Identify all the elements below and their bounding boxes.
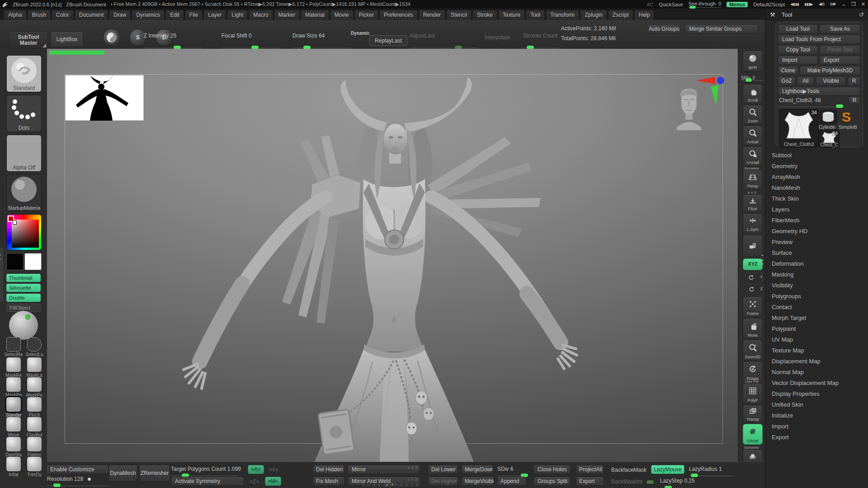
section-texture-map[interactable]: Texture Map xyxy=(765,345,868,356)
symmetry-m-button[interactable]: >M< xyxy=(265,477,281,486)
dynamesh-button[interactable]: DynaMesh xyxy=(108,465,137,481)
del-hidden-button[interactable]: Del Hidden xyxy=(313,465,344,474)
section-fibermesh[interactable]: FiberMesh xyxy=(765,215,868,225)
focal-shift-slider[interactable] xyxy=(222,47,280,48)
menu-help[interactable]: Help xyxy=(634,10,655,20)
section-export[interactable]: Export xyxy=(765,432,868,442)
secondary-color-swatch[interactable] xyxy=(24,253,42,270)
default-zscript-button[interactable]: DefaultZScript xyxy=(753,2,785,7)
quick-brush-selectla[interactable]: SelectLa xyxy=(24,337,44,357)
local-symmetry-button[interactable]: L.Sym xyxy=(743,213,763,233)
thumbnail-toggle[interactable]: Thumbnail xyxy=(6,274,41,282)
sdiv-slider[interactable] xyxy=(497,475,527,476)
adjust-last-slider[interactable] xyxy=(410,47,477,48)
palette-resize-handle[interactable]: ▸▴▾ xyxy=(760,253,765,267)
strokes-count-slider[interactable] xyxy=(523,47,559,48)
quick-brush-selectre[interactable]: SelectRe xyxy=(4,337,24,357)
restore-button[interactable]: ❐ xyxy=(851,1,856,7)
make-polymesh3d-button[interactable]: Make PolyMesh3D xyxy=(800,66,860,75)
load-tools-from-project-button[interactable]: Load Tools From Project xyxy=(778,35,860,44)
edit-sphere-icon[interactable] xyxy=(103,29,120,46)
rotate-y-button[interactable]: Y xyxy=(743,272,763,283)
quick-brush-trimdy[interactable]: TrimDy xyxy=(24,456,44,477)
section-polygroups[interactable]: Polygroups xyxy=(765,291,868,301)
menus-toggle-button[interactable]: Menus xyxy=(726,2,748,7)
quick-brush-flatten[interactable]: Flatten xyxy=(24,436,44,457)
quick-brush-maskre[interactable]: MaskRe xyxy=(4,357,24,378)
activate-symmetry-button[interactable]: Activate Symmetry xyxy=(171,477,244,486)
color-selector[interactable] xyxy=(13,221,17,225)
section-nanomesh[interactable]: NanoMesh xyxy=(765,182,868,193)
menu-preferences[interactable]: Preferences xyxy=(379,10,418,20)
merge-down-button[interactable]: MergeDown xyxy=(462,465,493,474)
replay-last-button[interactable]: ReplayLast xyxy=(369,35,407,46)
enable-customize-button[interactable]: Enable Customize xyxy=(46,465,108,474)
quick-brush-maskla[interactable]: MaskLa xyxy=(24,357,44,378)
menu-picker[interactable]: Picker xyxy=(354,10,378,20)
transparency-button[interactable]: Transp xyxy=(743,405,763,423)
menu-marker[interactable]: Marker xyxy=(274,10,300,20)
save-as-button[interactable]: Save As xyxy=(820,24,860,33)
viewport-canvas[interactable] xyxy=(47,49,738,462)
back-mask-int-knob[interactable] xyxy=(646,480,654,484)
menu-dynamics[interactable]: Dynamics xyxy=(132,10,165,20)
menu-transform[interactable]: Transform xyxy=(546,10,579,20)
tool-palette-header[interactable]: ⚒ Tool ↺ xyxy=(765,9,868,20)
z-intensity-slider[interactable] xyxy=(144,47,203,48)
section-import[interactable]: Import xyxy=(765,421,868,432)
bpr-render-button[interactable]: BPR xyxy=(743,51,763,71)
close-holes-button[interactable]: Close Holes xyxy=(533,465,571,474)
subtool-master-button[interactable]: SubTool Master xyxy=(9,32,48,49)
menu-brush[interactable]: Brush xyxy=(28,10,51,20)
section-arraymesh[interactable]: ArrayMesh xyxy=(765,171,868,182)
import-button[interactable]: Import xyxy=(778,56,818,65)
double-toggle[interactable]: Double xyxy=(6,294,41,302)
current-stroke-thumbnail[interactable]: Dots xyxy=(6,95,42,132)
main-color-swatch[interactable] xyxy=(6,253,24,270)
interpolate-label[interactable]: Interpolate xyxy=(485,34,510,41)
minimize-button[interactable]: ⌄ xyxy=(842,1,846,7)
clone-button[interactable]: Clone xyxy=(778,66,798,75)
menu-file[interactable]: File xyxy=(185,10,203,20)
menu-stencil[interactable]: Stencil xyxy=(446,10,472,20)
section-masking[interactable]: Masking xyxy=(765,269,868,280)
scroll-tool-button[interactable]: Scroll xyxy=(743,84,763,104)
cylinder-tool-thumbnail[interactable] xyxy=(820,110,837,124)
menu-color[interactable]: Color xyxy=(52,10,74,20)
move-3d-button[interactable]: Move xyxy=(743,318,763,339)
fix-mesh-button[interactable]: Fix Mesh xyxy=(313,477,344,486)
del-lower-button[interactable]: Del Lower xyxy=(428,465,458,474)
lightbox-tools-button[interactable]: Lightbox▶Tools xyxy=(778,87,860,96)
dynamic-label[interactable]: Dynamic xyxy=(351,31,370,36)
quick-brush-inflat[interactable]: Inflat xyxy=(4,456,24,477)
symmetry-x-button[interactable]: >X< xyxy=(248,465,264,474)
goz-button[interactable]: GoZ xyxy=(778,76,795,85)
menu-draw[interactable]: Draw xyxy=(109,10,131,20)
section-surface[interactable]: Surface xyxy=(765,247,868,258)
export-button[interactable]: Export xyxy=(820,56,860,65)
ghost-transparency-button[interactable]: Ghost xyxy=(743,424,763,445)
current-brush-thumbnail[interactable]: Standard xyxy=(6,55,42,92)
sculpt-model[interactable] xyxy=(47,49,738,462)
lightbox-button[interactable]: LightBox xyxy=(51,32,83,47)
section-normal-map[interactable]: Normal Map xyxy=(765,366,868,377)
simplebrush-tool-thumbnail[interactable]: S xyxy=(839,109,856,124)
color-picker[interactable] xyxy=(6,214,42,250)
menu-macro[interactable]: Macro xyxy=(249,10,273,20)
close-button[interactable]: ✕ xyxy=(861,1,865,7)
section-preview[interactable]: Preview xyxy=(765,236,868,247)
goz-all-button[interactable]: All xyxy=(797,76,814,85)
store-camera-button[interactable] xyxy=(743,235,763,257)
active-tool-slider-label[interactable]: Chest_Cloth3. 48 xyxy=(779,97,821,103)
quick-brush-standard[interactable]: Standar xyxy=(4,397,24,418)
menu-stroke[interactable]: Stroke xyxy=(472,10,497,20)
menu-material[interactable]: Material xyxy=(301,10,329,20)
rotate-z-button[interactable]: Z xyxy=(743,284,763,295)
merge-similar-groups-button[interactable]: Merge Similar Groups xyxy=(685,24,758,33)
polyframe-button[interactable]: PolyF xyxy=(743,383,763,404)
project-all-button[interactable]: ProjectAll xyxy=(576,465,604,474)
quick-brush-move[interactable]: Move xyxy=(4,417,24,437)
lazy-radius-knob[interactable] xyxy=(691,474,698,477)
lazy-radius-slider[interactable] xyxy=(689,475,734,476)
actual-size-button[interactable]: ×1Actual xyxy=(743,126,763,145)
